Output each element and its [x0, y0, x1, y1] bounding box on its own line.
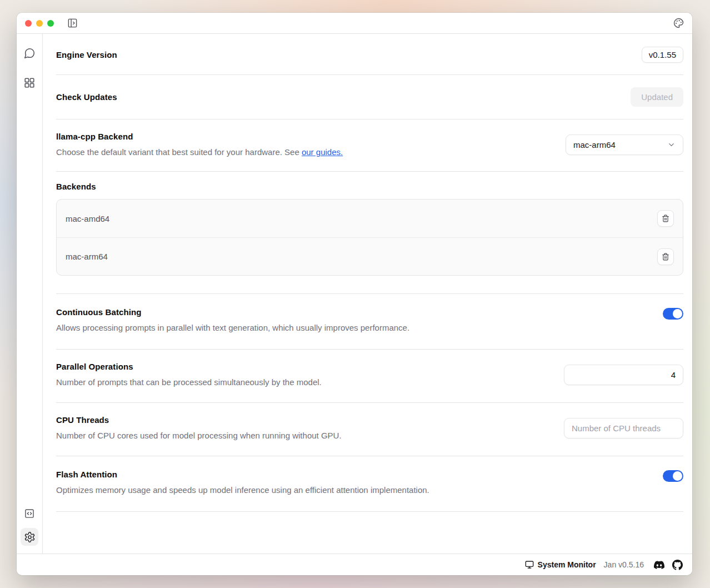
- sidebar-top: [21, 44, 38, 92]
- app-window: Engine Version v0.1.55 Check Updates Upd…: [17, 13, 692, 575]
- backend-item-name: mac-arm64: [66, 252, 108, 261]
- footer: System Monitor Jan v0.5.16: [17, 554, 692, 575]
- backend-select-value: mac-arm64: [573, 140, 616, 150]
- sidebar-bottom: [21, 505, 38, 546]
- palette-icon[interactable]: [673, 18, 684, 28]
- llamacpp-backend-row: llama-cpp Backend Choose the default var…: [56, 119, 683, 172]
- llamacpp-backend-description-text: Choose the default variant that best sui…: [56, 147, 302, 157]
- titlebar: [17, 13, 692, 34]
- parallel-operations-description: Number of prompts that can be processed …: [56, 376, 551, 388]
- system-monitor-label: System Monitor: [538, 560, 596, 569]
- flash-attention-toggle[interactable]: [663, 470, 683, 482]
- github-icon[interactable]: [672, 560, 683, 570]
- backends-label: Backends: [56, 182, 683, 191]
- flash-attention-label: Flash Attention: [56, 470, 649, 479]
- backends-section: Backends mac-amd64 mac-arm64: [56, 172, 683, 294]
- backend-list-item: mac-arm64: [57, 237, 683, 275]
- cpu-threads-input[interactable]: [564, 418, 683, 438]
- cpu-threads-row: CPU Threads Number of CPU cores used for…: [56, 403, 683, 456]
- sidebar-item-chat[interactable]: [21, 44, 38, 62]
- toggle-knob: [673, 309, 682, 318]
- settings-panel: Engine Version v0.1.55 Check Updates Upd…: [43, 34, 692, 554]
- continuous-batching-label: Continuous Batching: [56, 307, 649, 317]
- check-updates-label: Check Updates: [56, 92, 617, 102]
- continuous-batching-description: Allows processing prompts in parallel wi…: [56, 322, 649, 333]
- flash-attention-row: Flash Attention Optimizes memory usage a…: [56, 456, 683, 512]
- engine-version-row: Engine Version v0.1.55: [56, 34, 683, 75]
- backend-item-name: mac-amd64: [66, 214, 109, 223]
- parallel-operations-label: Parallel Operations: [56, 362, 551, 371]
- toggle-knob: [673, 471, 682, 481]
- grid-icon: [23, 77, 36, 89]
- panel-left-toggle-icon[interactable]: [67, 18, 78, 28]
- gear-icon: [24, 531, 36, 543]
- sidebar-item-local-api-server[interactable]: [21, 505, 38, 522]
- our-guides-link[interactable]: our guides.: [302, 147, 343, 157]
- discord-icon[interactable]: [654, 560, 664, 570]
- flash-attention-description: Optimizes memory usage and speeds up mod…: [56, 484, 649, 496]
- backend-list-item: mac-amd64: [57, 200, 683, 237]
- delete-backend-button[interactable]: [657, 210, 674, 227]
- chevron-down-icon: [667, 141, 676, 149]
- minimize-window-button[interactable]: [36, 20, 43, 27]
- backend-select[interactable]: mac-arm64: [566, 134, 683, 155]
- sidebar: [17, 34, 43, 554]
- parallel-operations-input[interactable]: [564, 365, 683, 385]
- system-monitor-button[interactable]: System Monitor: [525, 560, 596, 569]
- code-square-icon: [24, 508, 35, 519]
- trash-icon: [662, 215, 669, 222]
- check-updates-row: Check Updates Updated: [56, 75, 683, 119]
- engine-version-badge: v0.1.55: [642, 47, 683, 63]
- close-window-button[interactable]: [25, 20, 32, 27]
- traffic-lights: [25, 20, 54, 27]
- app-version: Jan v0.5.16: [604, 560, 644, 569]
- continuous-batching-row: Continuous Batching Allows processing pr…: [56, 294, 683, 350]
- zoom-window-button[interactable]: [47, 20, 54, 27]
- sidebar-item-settings[interactable]: [21, 528, 38, 546]
- llamacpp-backend-description: Choose the default variant that best sui…: [56, 146, 552, 158]
- llamacpp-backend-label: llama-cpp Backend: [56, 132, 552, 141]
- delete-backend-button[interactable]: [657, 248, 674, 265]
- parallel-operations-row: Parallel Operations Number of prompts th…: [56, 350, 683, 403]
- continuous-batching-toggle[interactable]: [663, 308, 683, 320]
- app-body: Engine Version v0.1.55 Check Updates Upd…: [17, 34, 692, 554]
- sidebar-item-hub[interactable]: [21, 74, 38, 92]
- trash-icon: [662, 253, 669, 261]
- cpu-threads-label: CPU Threads: [56, 415, 551, 425]
- cpu-threads-description: Number of CPU cores used for model proce…: [56, 430, 551, 441]
- backends-list: mac-amd64 mac-arm64: [56, 199, 683, 276]
- chat-bubble-icon: [23, 47, 36, 59]
- engine-version-label: Engine Version: [56, 50, 628, 59]
- updated-button[interactable]: Updated: [631, 87, 683, 107]
- monitor-icon: [525, 560, 534, 569]
